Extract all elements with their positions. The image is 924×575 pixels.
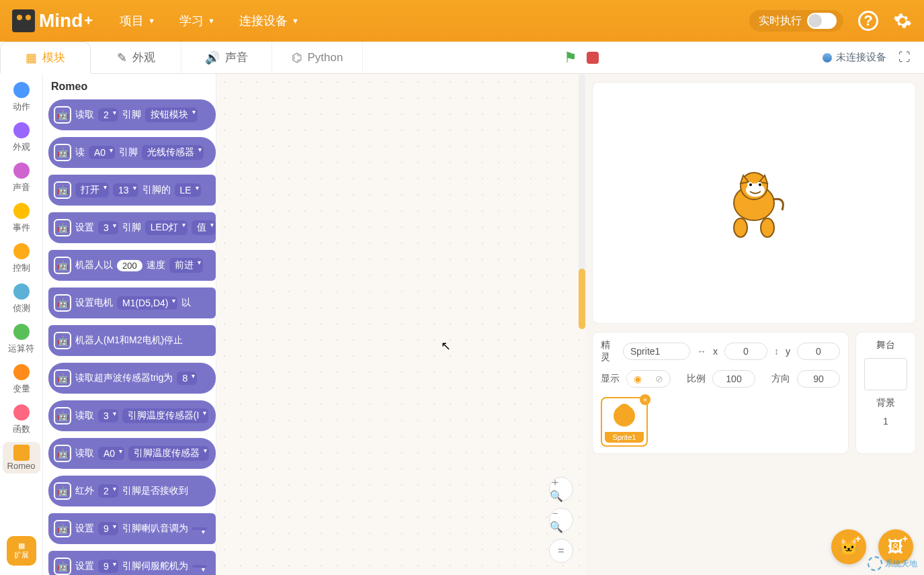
code-block[interactable]: 🤖读取3引脚温度传感器(I — [48, 400, 216, 431]
category-label: 控制 — [13, 262, 30, 274]
y-arrows-icon: ↕ — [774, 346, 779, 357]
code-block[interactable]: 🤖设置电机M1(D5,D4)以 — [48, 288, 216, 318]
sprite-scale-input[interactable]: 100 — [712, 370, 755, 388]
category-事件[interactable]: 事件 — [13, 200, 30, 236]
category-外观[interactable]: 外观 — [13, 120, 30, 156]
settings-icon[interactable] — [893, 11, 912, 30]
block-dropdown[interactable]: 8 — [177, 371, 197, 385]
category-Romeo[interactable]: Romeo — [3, 442, 40, 474]
category-动作[interactable]: 动作 — [13, 79, 30, 116]
blocks-icon: ▦ — [26, 50, 37, 65]
block-dropdown[interactable]: 2 — [98, 108, 118, 122]
block-dropdown[interactable]: 13 — [113, 183, 138, 197]
stop-icon[interactable] — [587, 52, 599, 64]
block-dropdown[interactable]: A0 — [89, 146, 115, 159]
workspace[interactable]: ＋🔍 －🔍 = — [216, 74, 585, 575]
code-block[interactable]: 🤖机器人(M1和M2电机)停止 — [48, 325, 216, 356]
tab-looks[interactable]: ✎外观 — [91, 42, 181, 73]
block-dropdown[interactable]: M1(D5,D4) — [117, 296, 177, 310]
palette-title: Romeo — [51, 81, 216, 93]
menu-project[interactable]: 项目▼ — [120, 13, 155, 29]
zoom-reset-button[interactable]: = — [549, 539, 573, 563]
block-dropdown[interactable] — [192, 565, 207, 568]
sprite-card[interactable]: × Sprite1 — [601, 397, 648, 447]
block-dropdown[interactable]: LE — [175, 183, 201, 197]
delete-sprite-icon[interactable]: × — [640, 394, 650, 405]
category-dot-icon — [13, 324, 30, 340]
block-text: 设置电机 — [75, 297, 113, 309]
category-声音[interactable]: 声音 — [13, 160, 30, 196]
workspace-scrollbar[interactable] — [579, 74, 585, 329]
block-text: 设置 — [75, 222, 94, 234]
robot-icon: 🤖 — [54, 482, 71, 500]
code-block[interactable]: 🤖设置9引脚喇叭音调为 — [48, 513, 216, 544]
block-dropdown[interactable]: A0 — [98, 447, 124, 460]
block-dropdown[interactable] — [192, 527, 207, 530]
block-text: 以 — [181, 297, 191, 309]
sprite-y-input[interactable]: 0 — [797, 343, 840, 360]
block-dropdown[interactable]: 2 — [98, 484, 118, 498]
fullscreen-icon[interactable]: ⛶ — [898, 50, 911, 64]
block-dropdown[interactable]: 引脚温度传感器 — [128, 446, 209, 461]
tab-blocks[interactable]: ▦模块 — [0, 42, 91, 74]
robot-icon: 🤖 — [54, 144, 71, 161]
category-函数[interactable]: 函数 — [13, 402, 30, 438]
stage[interactable] — [592, 82, 916, 324]
backdrop-count: 1 — [883, 416, 888, 427]
block-dropdown[interactable]: 打开 — [75, 183, 109, 197]
code-block[interactable]: 🤖读取超声波传感器trig为8 — [48, 363, 216, 394]
code-block[interactable]: 🤖打开13引脚的LE — [48, 175, 216, 206]
robot-icon: 🤖 — [54, 106, 71, 124]
block-text: 读取 — [75, 410, 94, 422]
code-block[interactable]: 🤖设置9引脚伺服舵机为 — [48, 551, 216, 575]
sprite-name-input[interactable]: Sprite1 — [623, 343, 690, 360]
block-dropdown[interactable]: 3 — [98, 221, 118, 234]
menu-learn[interactable]: 学习▼ — [179, 13, 215, 29]
block-value-pill[interactable]: 200 — [117, 260, 142, 271]
block-dropdown[interactable]: 3 — [98, 409, 118, 423]
code-block[interactable]: 🤖机器人以200速度前进 — [48, 250, 216, 281]
robot-icon: 🤖 — [54, 445, 71, 462]
help-icon[interactable]: ? — [858, 11, 878, 31]
category-label: 函数 — [13, 423, 30, 435]
block-dropdown[interactable]: 引脚温度传感器(I — [122, 408, 209, 423]
visibility-toggle[interactable]: ◉⊘ — [626, 370, 671, 388]
menu-connect-device[interactable]: 连接设备▼ — [239, 13, 299, 29]
sprite-cat-icon — [720, 166, 788, 240]
tab-python[interactable]: ⌬Python — [272, 42, 363, 73]
tab-sound[interactable]: 🔊声音 — [181, 42, 272, 73]
code-block[interactable]: 🤖读取A0引脚温度传感器 — [48, 438, 216, 469]
sprite-direction-input[interactable]: 90 — [797, 370, 840, 388]
block-dropdown[interactable]: 光线传感器 — [142, 145, 204, 160]
code-block[interactable]: 🤖读取2引脚按钮模块 — [48, 99, 216, 130]
robot-icon: 🤖 — [54, 219, 71, 236]
code-block[interactable]: 🤖读A0引脚光线传感器 — [48, 137, 216, 168]
connection-status[interactable]: 未连接设备 — [823, 51, 886, 64]
category-运算符[interactable]: 运算符 — [8, 321, 34, 357]
code-block[interactable]: 🤖设置3引脚LED灯值 — [48, 212, 216, 243]
block-dropdown[interactable]: 9 — [98, 560, 118, 573]
category-控制[interactable]: 控制 — [13, 240, 30, 277]
green-flag-icon[interactable]: ⚑ — [564, 49, 577, 67]
category-变量[interactable]: 变量 — [13, 361, 30, 398]
y-label: y — [786, 346, 790, 357]
block-dropdown[interactable]: 按钮模块 — [145, 107, 198, 122]
category-dot-icon — [13, 163, 30, 179]
backdrop-thumb[interactable] — [864, 358, 907, 390]
zoom-out-button[interactable]: －🔍 — [549, 508, 573, 532]
sprite-x-input[interactable]: 0 — [724, 343, 767, 360]
category-侦测[interactable]: 侦测 — [13, 281, 30, 317]
image-icon: 🖼 — [888, 537, 904, 556]
add-sprite-fab[interactable]: 🐱+ — [831, 529, 866, 564]
svg-point-8 — [759, 183, 761, 186]
block-dropdown[interactable]: 值 — [192, 220, 216, 235]
extension-button[interactable]: ▦ 扩展 — [7, 536, 36, 566]
realtime-toggle[interactable] — [807, 13, 837, 29]
block-dropdown[interactable]: LED灯 — [145, 220, 187, 235]
block-dropdown[interactable]: 9 — [98, 522, 118, 535]
code-block[interactable]: 🤖红外2引脚是否接收到 — [48, 476, 216, 506]
zoom-in-button[interactable]: ＋🔍 — [549, 477, 573, 501]
category-dot-icon — [13, 404, 30, 421]
block-dropdown[interactable]: 前进 — [169, 258, 203, 273]
python-icon: ⌬ — [292, 50, 302, 65]
